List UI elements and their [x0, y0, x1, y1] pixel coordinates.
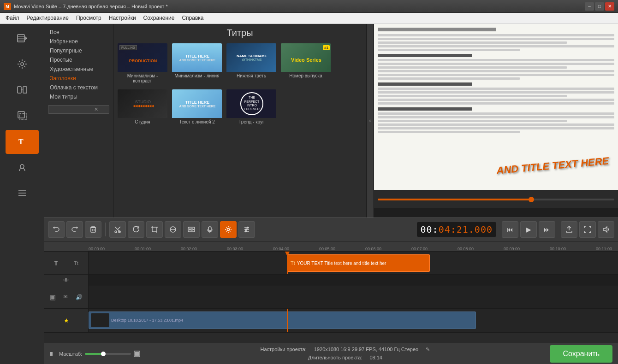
title-track-header: T Tt	[44, 252, 89, 274]
menu-file[interactable]: Файл	[2, 13, 23, 23]
sidebar-item-video[interactable]	[6, 27, 39, 51]
search-input[interactable]	[50, 107, 94, 112]
audio-button[interactable]	[202, 221, 218, 238]
media-button[interactable]	[183, 221, 200, 238]
video-track-content[interactable]: Desktop 10.10.2017 - 17.53.23.01.mp4	[89, 309, 618, 332]
category-popular[interactable]: Популярные	[48, 46, 109, 55]
close-button[interactable]: ✕	[605, 2, 614, 11]
crop-button[interactable]	[146, 221, 163, 238]
category-bubbles[interactable]: Облачка с текстом	[48, 83, 109, 92]
title-thumb-text-line2: TITLE HERE AND SOME TEXT HERE	[172, 89, 222, 118]
title-card-trend-circle[interactable]: THEPERFECTINTROFOREVER Тренд - круг	[226, 89, 277, 126]
fullscreen-button[interactable]	[579, 221, 596, 238]
undo-button[interactable]	[48, 221, 65, 238]
category-my-titles[interactable]: Мои титры	[48, 92, 109, 101]
title-label-minimalism-contrast: Минимализм - контраст	[118, 72, 167, 85]
title-label-minimalism-line: Минимализм - линия	[172, 72, 222, 80]
rotate-button[interactable]	[128, 221, 144, 238]
titlebar: M Movavi Video Suite – 7-дневная пробная…	[0, 0, 618, 13]
prev-frame-button[interactable]: ⏮	[502, 221, 518, 238]
playback-controls: ⏮ ▶ ⏭	[502, 221, 555, 238]
eye-icon[interactable]: 👁	[63, 277, 69, 284]
timecode-display: 00:04:21.000	[417, 222, 497, 237]
sidebar-item-overlay[interactable]	[6, 104, 39, 128]
cut-button[interactable]	[109, 221, 126, 238]
view-controls	[561, 221, 614, 238]
maximize-button[interactable]: □	[595, 2, 604, 11]
menu-view[interactable]: Просмотр	[72, 13, 105, 23]
play-button[interactable]: ▶	[520, 221, 537, 238]
scale-small-icon	[50, 351, 56, 357]
volume-button[interactable]	[598, 221, 614, 238]
timeline-ruler: 00:00:00 00:01:00 00:02:00 00:03:00 00:0…	[44, 241, 618, 252]
categories-sidebar: Все Избранное Популярные Простые Художес…	[44, 24, 113, 217]
minimize-button[interactable]: –	[585, 2, 594, 11]
title-label-lower-third: Нижняя треть	[226, 72, 276, 80]
title-card-issue-number[interactable]: #1 Video Series Номер выпуска	[280, 43, 331, 85]
preview-scrubber-handle[interactable]	[529, 197, 534, 202]
svg-rect-14	[18, 87, 21, 93]
titles-grid: Титры FULL HD PRODUCTION Минимализм - ко…	[113, 24, 366, 217]
title-thumb-lower-third: NAME SURNAME @THINKTME	[226, 43, 277, 72]
delete-button[interactable]	[85, 221, 101, 238]
title-track-row: T Tt Tt YOUR TEXT Title text here and ti…	[44, 252, 618, 275]
title-track-content[interactable]: Tt YOUR TEXT Title text here and title t…	[89, 252, 618, 274]
main-layout: T Все Избранное Популярные	[0, 24, 618, 364]
next-frame-button[interactable]: ⏭	[539, 221, 555, 238]
menu-help[interactable]: Справка	[178, 13, 207, 23]
edit-icon[interactable]: ✎	[426, 346, 430, 354]
title-card-minimalism-line[interactable]: TITLE HERE AND SOME TEXT HERE Минимализм…	[172, 43, 222, 85]
title-track-t2-icon: Tt	[74, 260, 78, 266]
category-simple[interactable]: Простые	[48, 55, 109, 65]
svg-point-26	[115, 231, 117, 233]
panel-collapse-button[interactable]: ‹	[366, 24, 374, 217]
statusbar: Масштаб: Настройки проекта: 1920x1080 16…	[44, 343, 618, 364]
ruler-mark-7: 00:07:00	[411, 247, 428, 251]
menu-save[interactable]: Сохранение	[140, 13, 178, 23]
category-all[interactable]: Все	[48, 28, 109, 37]
sidebar-item-sticker[interactable]	[6, 156, 39, 180]
redo-button[interactable]	[66, 221, 83, 238]
scale-handle[interactable]	[101, 352, 106, 356]
preview-title-overlay: AND TITLE TEXT HERE	[496, 155, 609, 176]
title-card-lower-third[interactable]: NAME SURNAME @THINKTME Нижняя треть	[226, 43, 277, 85]
sidebar-item-list[interactable]	[6, 182, 39, 205]
sidebar-item-titles[interactable]: T	[6, 130, 39, 154]
title-card-studio[interactable]: STUDIO ◀◀◀◀◀◀◀◀◀ Студия	[117, 89, 168, 126]
export-button[interactable]	[561, 221, 577, 238]
category-artistic[interactable]: Художественные	[48, 65, 109, 74]
title-card-minimalism-contrast[interactable]: FULL HD PRODUCTION Минимализм - контраст	[117, 43, 168, 85]
video-clip[interactable]: Desktop 10.10.2017 - 17.53.23.01.mp4	[89, 311, 476, 329]
category-headlines[interactable]: Заголовки	[48, 74, 109, 83]
menu-settings[interactable]: Настройки	[105, 13, 140, 23]
save-button[interactable]: Сохранить	[550, 345, 612, 363]
app-icon: M	[4, 3, 11, 10]
search-box[interactable]: ✕	[48, 105, 109, 114]
settings-button[interactable]	[220, 221, 237, 238]
title-clip[interactable]: Tt YOUR TEXT Title text here and title t…	[287, 254, 430, 272]
title-track-icon: T	[54, 259, 58, 267]
eye-track-header: 👁	[44, 275, 89, 286]
title-card-text-line2[interactable]: TITLE HERE AND SOME TEXT HERE Текст с ли…	[172, 89, 222, 126]
title-thumb-trend-circle: THEPERFECTINTROFOREVER	[226, 89, 277, 118]
audio2-button[interactable]	[238, 221, 255, 238]
eye-track-row: 👁	[44, 275, 618, 286]
menu-edit[interactable]: Редактирование	[23, 13, 72, 23]
category-favorites[interactable]: Избранное	[48, 37, 109, 46]
audio-icon[interactable]: 🔊	[76, 294, 83, 300]
empty-track-row: ▣ 👁 🔊	[44, 286, 618, 309]
preview-scrubber[interactable]	[378, 199, 614, 200]
titles-panel-header: Титры	[117, 28, 362, 38]
svg-rect-15	[23, 87, 27, 93]
eye-icon2[interactable]: 👁	[63, 294, 69, 300]
ruler-mark-11: 00:11:00	[596, 247, 612, 251]
sidebar-item-transitions[interactable]	[6, 78, 39, 102]
sidebar-item-effects[interactable]	[6, 53, 39, 76]
scale-slider[interactable]	[85, 353, 131, 355]
svg-rect-48	[135, 352, 139, 356]
search-clear-icon[interactable]: ✕	[94, 106, 98, 112]
color-button[interactable]	[165, 221, 181, 238]
timeline-area: 00:00:00 00:01:00 00:02:00 00:03:00 00:0…	[44, 241, 618, 343]
ruler-mark-2: 00:02:00	[181, 247, 197, 251]
svg-point-5	[21, 63, 24, 65]
